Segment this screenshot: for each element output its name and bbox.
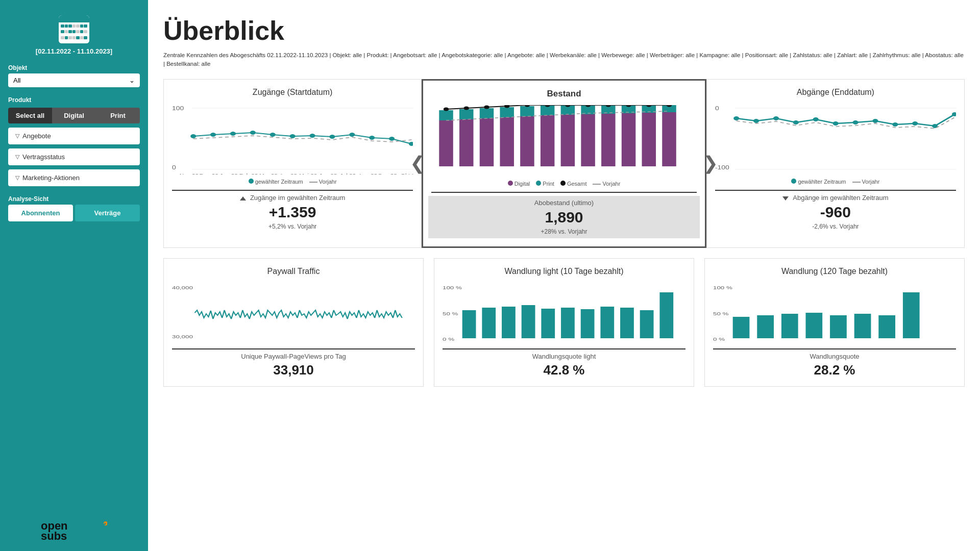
svg-rect-119: [462, 310, 476, 338]
svg-text:Nov 22: Nov 22: [180, 173, 199, 174]
abgaenge-legend: gewählter Zeitraum Vorjahr: [715, 179, 956, 185]
svg-point-12: [230, 132, 236, 136]
svg-rect-149: [854, 314, 871, 338]
zugaenge-stat-change: +5,2% vs. Vorjahr: [172, 223, 413, 230]
svg-rect-38: [480, 118, 494, 166]
vertraege-button[interactable]: Verträge: [75, 205, 140, 221]
svg-point-88: [773, 116, 779, 120]
print-button[interactable]: Print: [96, 108, 140, 123]
abonnenten-button[interactable]: Abonnenten: [8, 205, 73, 221]
svg-text:Jul 23: Jul 23: [340, 173, 356, 174]
expand-down-icon[interactable]: [782, 196, 789, 201]
svg-rect-40: [500, 117, 514, 166]
svg-point-59: [464, 106, 470, 110]
svg-text:40,000: 40,000: [172, 285, 193, 290]
svg-rect-120: [482, 308, 496, 338]
logo-area: open subs: [41, 500, 107, 541]
bestand-chart: Nov 22 Dez 22 Jan 23 Feb 23 Mrz 23 Apr 2…: [431, 105, 696, 177]
zugaenge-stat-value: +1.359: [172, 204, 413, 221]
angebote-filter-button[interactable]: ▽ Angebote: [8, 128, 140, 144]
svg-rect-122: [522, 305, 535, 338]
sidebar: [02.11.2022 - 11.10.2023] Objekt All ⌄ P…: [0, 0, 148, 551]
svg-point-95: [912, 121, 918, 126]
svg-text:50 %: 50 %: [443, 311, 458, 316]
select-all-button[interactable]: Select all: [8, 108, 52, 123]
svg-text:Mrz 23: Mrz 23: [259, 173, 278, 174]
filter-triangle-icon: ▽: [15, 174, 19, 181]
svg-rect-44: [541, 115, 555, 166]
svg-rect-35: [439, 110, 454, 120]
abgaenge-stat-value: -960: [715, 204, 956, 221]
svg-rect-48: [581, 114, 596, 166]
vertragsstatus-filter-button[interactable]: ▽ Vertragsstatus: [8, 148, 140, 165]
svg-text:0: 0: [715, 105, 719, 111]
svg-rect-144: [733, 317, 750, 338]
svg-text:subs: subs: [41, 530, 67, 541]
wandlung-120-stat-label: Wandlungsquote: [713, 353, 956, 360]
objekt-select[interactable]: All ⌄: [8, 73, 140, 87]
paywall-stat-value: 33,910: [172, 362, 415, 378]
objekt-label: Objekt: [8, 64, 27, 71]
svg-point-87: [753, 119, 759, 123]
svg-text:Dez 22: Dez 22: [200, 173, 219, 174]
svg-point-90: [813, 117, 818, 121]
svg-rect-56: [663, 112, 677, 166]
svg-rect-39: [480, 108, 494, 118]
zugaenge-panel: Zugänge (Startdatum) 100 0: [163, 79, 422, 248]
svg-point-19: [369, 136, 375, 140]
wandlung-light-stat-label: Wandlungsquote light: [443, 353, 685, 360]
svg-rect-43: [520, 106, 534, 116]
marketing-aktionen-filter-button[interactable]: ▽ Marketing-Aktionen: [8, 169, 140, 186]
svg-rect-52: [622, 113, 636, 166]
svg-rect-125: [581, 309, 595, 338]
zugaenge-legend: gewählter Zeitraum Vorjahr: [172, 179, 413, 185]
svg-text:Aug 23: Aug 23: [358, 173, 378, 174]
svg-text:30,000: 30,000: [172, 334, 193, 339]
zugaenge-stat-label: Zugänge im gewählten Zeitraum: [250, 194, 345, 202]
svg-text:-100: -100: [715, 164, 729, 170]
bottom-charts-row: Paywall Traffic 40,000 30,000 Jan 2023 A…: [163, 258, 965, 387]
analyse-sicht-label: Analyse-Sicht: [8, 195, 48, 203]
svg-text:Apr 23: Apr 23: [279, 173, 297, 174]
wandlung-light-stat-value: 42.8 %: [443, 362, 685, 378]
svg-point-21: [409, 142, 413, 146]
expand-up-icon[interactable]: [240, 196, 246, 201]
bestand-panel: ❮ Bestand: [422, 79, 706, 248]
svg-text:100 %: 100 %: [443, 285, 462, 290]
svg-point-18: [349, 133, 355, 137]
svg-point-86: [733, 116, 739, 120]
bestand-stat-change: +28% vs. Vorjahr: [431, 228, 696, 235]
bestand-stat-label: Abobestand (ultimo): [431, 199, 696, 207]
svg-rect-126: [600, 307, 614, 338]
svg-rect-127: [620, 308, 634, 338]
analyse-button-group: Abonnenten Verträge: [8, 205, 140, 221]
filter-triangle-icon: ▽: [15, 154, 19, 160]
svg-point-16: [309, 134, 315, 138]
svg-point-11: [210, 133, 216, 137]
svg-point-93: [872, 119, 878, 123]
svg-point-91: [832, 121, 838, 126]
paywall-chart: 40,000 30,000 Jan 2023 Apr 2023 Jul 2023…: [172, 282, 415, 343]
page-title: Überblick: [163, 15, 965, 46]
wandlung-120-title: Wandlung (120 Tage bezahlt): [713, 267, 956, 276]
top-charts-row: Zugänge (Startdatum) 100 0: [163, 79, 965, 248]
svg-text:Sep 23: Sep 23: [378, 173, 398, 174]
abgaenge-chart: 0 -100: [715, 103, 956, 174]
svg-text:100: 100: [172, 105, 184, 111]
subtitle-text: Zentrale Kennzahlen des Abogeschäfts 02.…: [163, 51, 965, 69]
wandlung-light-panel: Wandlung light (10 Tage bezahlt) 100 % 5…: [434, 258, 694, 387]
svg-rect-147: [805, 313, 822, 338]
wandlung-120-chart: 100 % 50 % 0 % Nov 22 Dez 22 Jan 23: [713, 282, 956, 343]
abgaenge-title: Abgänge (Enddatum): [715, 88, 956, 97]
svg-text:100 %: 100 %: [713, 285, 732, 290]
svg-point-13: [250, 131, 256, 135]
produkt-button-group: Select all Digital Print: [8, 108, 140, 123]
svg-rect-129: [659, 292, 673, 338]
wandlung-light-chart: 100 % 50 % 0 % Nov 22: [443, 282, 685, 343]
svg-rect-123: [541, 309, 555, 338]
svg-point-20: [389, 137, 395, 141]
svg-rect-41: [500, 107, 514, 117]
digital-button[interactable]: Digital: [52, 108, 96, 123]
svg-text:Feb 23: Feb 23: [239, 173, 258, 174]
calendar-icon: [59, 15, 89, 43]
